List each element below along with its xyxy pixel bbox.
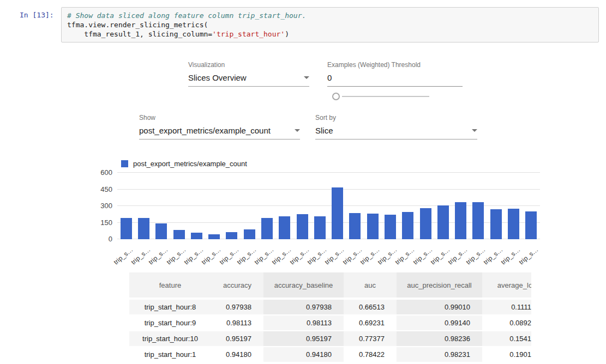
code-line: ): [285, 30, 289, 38]
metric-cell: 0.97938: [211, 300, 263, 316]
bar[interactable]: [402, 212, 413, 239]
column-header[interactable]: auc: [344, 272, 397, 300]
threshold-input[interactable]: [327, 73, 463, 87]
bar[interactable]: [525, 211, 537, 239]
x-tick-label: trip_s…: [306, 246, 328, 266]
metrics-table: featureaccuracyaccuracy_baselineaucauc_p…: [129, 272, 531, 363]
feature-cell: trip_start_hour:1: [129, 347, 211, 363]
metric-cell: 0.99140: [397, 316, 482, 331]
bar[interactable]: [332, 187, 343, 239]
bar[interactable]: [314, 216, 326, 239]
metric-cell: 0.0892: [482, 316, 531, 331]
y-tick-label: 150: [85, 219, 112, 227]
table-row[interactable]: trip_start_hour:80.979380.979380.665130.…: [129, 300, 531, 316]
metric-cell: 0.98231: [397, 347, 482, 363]
x-tick-label: trip_s…: [147, 246, 170, 266]
x-tick-label: trip_s…: [359, 246, 381, 266]
bar[interactable]: [173, 230, 185, 239]
show-selected-value: post_export_metrics/example_count: [139, 126, 271, 135]
feature-cell: trip_start_hour:10: [129, 331, 211, 347]
code-editor[interactable]: # Show data sliced along feature column …: [67, 11, 593, 39]
y-tick-label: 600: [85, 168, 112, 177]
bar[interactable]: [455, 202, 466, 239]
chart-plot-area: [117, 173, 540, 239]
table-row[interactable]: trip_start_hour:90.981130.981130.692310.…: [129, 316, 531, 331]
code-line: tfma_result_1, slicing_column=: [67, 30, 212, 38]
metric-cell: 0.77377: [344, 331, 397, 347]
y-tick-label: 450: [85, 185, 112, 193]
column-header[interactable]: average_loss: [482, 272, 531, 300]
column-header[interactable]: accuracy_baseline: [263, 272, 344, 300]
x-tick-label: trip_s…: [464, 246, 487, 266]
chevron-down-icon[interactable]: [295, 129, 300, 132]
bar[interactable]: [226, 232, 237, 239]
slider-knob[interactable]: [332, 93, 340, 100]
sort-by-control: Sort by Slice: [315, 114, 477, 139]
show-label: Show: [139, 114, 300, 122]
bar[interactable]: [472, 202, 484, 239]
x-tick-label: trip_s…: [323, 246, 346, 266]
x-tick-label: trip_s…: [218, 246, 240, 266]
x-tick-label: trip_s…: [236, 246, 258, 266]
y-tick-label: 0: [85, 235, 112, 243]
bar[interactable]: [437, 205, 449, 239]
threshold-slider[interactable]: [332, 93, 430, 100]
metric-cell: 0.78422: [344, 347, 397, 363]
sort-by-selected-value: Slice: [315, 126, 333, 135]
bar[interactable]: [279, 216, 290, 239]
visualization-control: Visualization Slices Overview: [188, 61, 309, 87]
sort-by-label: Sort by: [315, 114, 477, 122]
metric-cell: 0.98236: [397, 331, 482, 347]
x-tick-label: trip_s…: [112, 246, 134, 266]
bar[interactable]: [349, 213, 361, 239]
x-tick-label: trip_s…: [447, 246, 469, 266]
x-tick-label: trip_s…: [429, 246, 452, 266]
bar[interactable]: [490, 209, 502, 239]
chevron-down-icon[interactable]: [472, 129, 477, 132]
bar[interactable]: [155, 223, 167, 239]
metric-cell: 0.1111: [482, 300, 531, 316]
cell-prompt: In [13]:: [20, 11, 54, 19]
chevron-down-icon[interactable]: [304, 76, 309, 79]
table-header-row: featureaccuracyaccuracy_baselineaucauc_p…: [129, 272, 531, 300]
metric-cell: 0.97938: [263, 300, 344, 316]
x-tick-label: trip_s…: [517, 246, 539, 266]
slices-overview-chart: post_export_metrics/example_count 015030…: [0, 155, 578, 270]
table-row[interactable]: trip_start_hour:100.951970.951970.773770…: [129, 331, 531, 347]
bar[interactable]: [367, 214, 379, 239]
x-tick-label: trip_s…: [411, 246, 434, 266]
metric-cell: 0.98113: [211, 316, 263, 331]
slider-track[interactable]: [342, 96, 429, 97]
visualization-selected-value: Slices Overview: [188, 73, 247, 82]
x-tick-label: trip_s…: [376, 246, 399, 266]
bar[interactable]: [385, 215, 396, 239]
x-tick-label: trip_s…: [253, 246, 275, 266]
code-line: tfma.view.render_slicing_metrics(: [67, 21, 208, 29]
x-tick-label: trip_s…: [394, 246, 416, 266]
bar[interactable]: [261, 218, 273, 239]
bar[interactable]: [297, 214, 308, 239]
visualization-dropdown[interactable]: Slices Overview: [188, 73, 309, 87]
x-tick-label: trip_s…: [288, 246, 310, 266]
bar[interactable]: [420, 208, 431, 239]
bar[interactable]: [191, 233, 202, 239]
metric-cell: 0.69231: [344, 316, 397, 331]
bar[interactable]: [244, 229, 255, 239]
feature-cell: trip_start_hour:8: [129, 300, 211, 316]
metric-cell: 0.99010: [397, 300, 482, 316]
column-header[interactable]: accuracy: [211, 272, 263, 300]
x-tick-label: trip_s…: [165, 246, 187, 266]
bar[interactable]: [138, 218, 149, 239]
metric-cell: 0.95197: [211, 331, 263, 347]
metric-cell: 0.1901: [482, 347, 531, 363]
show-dropdown[interactable]: post_export_metrics/example_count: [139, 126, 300, 139]
bar[interactable]: [121, 218, 132, 239]
bar[interactable]: [508, 209, 519, 239]
sort-by-dropdown[interactable]: Slice: [315, 126, 477, 139]
bar[interactable]: [208, 234, 220, 239]
table-row[interactable]: trip_start_hour:10.941800.941800.784220.…: [129, 347, 531, 363]
column-header[interactable]: feature: [129, 272, 211, 300]
column-header[interactable]: auc_precision_recall: [397, 272, 482, 300]
code-string-literal: 'trip_start_hour': [212, 30, 285, 38]
code-cell[interactable]: # Show data sliced along feature column …: [61, 7, 599, 43]
